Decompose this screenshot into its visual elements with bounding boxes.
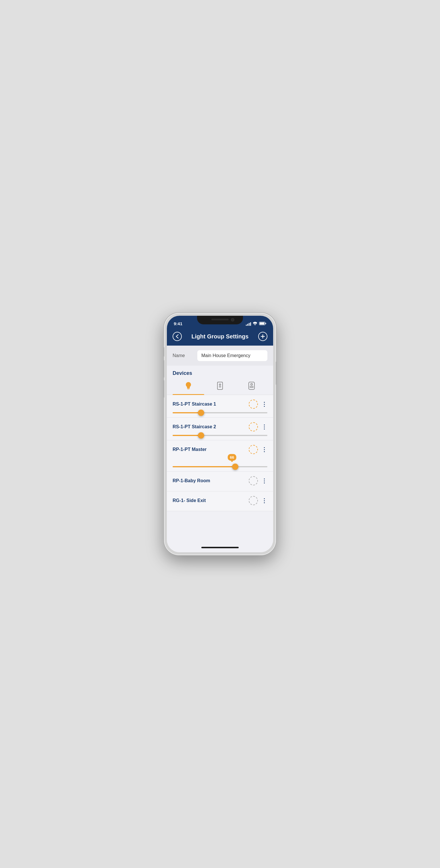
more-options-button[interactable]: ⋮ [261,497,267,504]
power-button[interactable] [276,362,277,384]
status-time: 9:41 [174,321,182,326]
device-row: RP-1-PT Master ⋮ [167,440,273,458]
slider-track [173,412,267,413]
svg-rect-7 [217,382,223,390]
device-row: RP-1-Baby Room ⋮ [167,472,273,491]
remote-icon [248,382,255,392]
back-button[interactable] [173,332,182,341]
svg-rect-5 [187,388,190,389]
slider-fill [173,435,201,436]
device-list: RS-1-PT Staircase 1 ⋮ [167,395,273,511]
battery-icon [259,322,266,326]
svg-rect-10 [249,382,255,390]
slider-thumb[interactable] [198,432,204,439]
volume-silent-button[interactable] [163,347,164,356]
wifi-icon [253,322,257,326]
svg-point-8 [219,384,221,385]
device-controls: ⋮ [249,496,267,505]
toggle-circle-button[interactable] [249,496,258,505]
camera [231,318,234,321]
svg-rect-9 [219,386,221,387]
device-name: RP-1-PT Master [173,447,206,452]
devices-title: Devices [173,370,192,376]
device-name: RS-1-PT Staircase 1 [173,402,216,407]
slider-track [173,435,267,436]
list-item: RP-1-PT Master ⋮ 66 [167,440,273,472]
list-item: RG-1- Side Exit ⋮ [167,491,273,511]
device-controls: ⋮ [249,445,267,454]
switch-icon [217,382,223,392]
device-name: RP-1-Baby Room [173,478,210,484]
signal-icon [246,322,251,326]
device-row: RS-1-PT Staircase 2 ⋮ [167,417,273,435]
svg-rect-2 [265,323,266,324]
phone-screen: 9:41 [167,316,273,552]
volume-up-button[interactable] [163,360,164,377]
tab-lights[interactable] [173,379,204,395]
device-name: RS-1-PT Staircase 2 [173,424,216,429]
speaker [211,319,229,320]
svg-rect-6 [187,389,189,389]
device-controls: ⋮ [249,422,267,431]
slider-fill [173,466,235,467]
device-row: RG-1- Side Exit ⋮ [167,491,273,511]
device-controls: ⋮ [249,400,267,409]
phone-shell: 9:41 [164,313,276,555]
device-tabs [167,379,273,395]
home-indicator [167,542,273,552]
svg-point-11 [251,383,253,385]
toggle-circle-button[interactable] [249,476,258,485]
add-button[interactable] [258,332,267,341]
list-item: RP-1-Baby Room ⋮ [167,472,273,491]
device-name: RG-1- Side Exit [173,498,206,503]
slider-container [167,412,273,417]
volume-down-button[interactable] [163,380,164,398]
device-controls: ⋮ [249,476,267,485]
main-content: Name Devices [167,346,273,542]
slider-track: 66 [173,466,267,467]
more-options-button[interactable]: ⋮ [261,423,267,430]
more-options-button[interactable]: ⋮ [261,477,267,484]
slider-container [167,435,273,440]
toggle-circle-button[interactable] [249,445,258,454]
svg-rect-1 [260,322,265,324]
name-label: Name [173,353,193,358]
device-row: RS-1-PT Staircase 1 ⋮ [167,395,273,412]
slider-thumb[interactable]: 66 [232,464,238,470]
notch [197,316,243,324]
name-section: Name [167,346,273,366]
slider-fill [173,412,201,413]
tab-remotes[interactable] [236,379,267,395]
more-options-button[interactable]: ⋮ [261,401,267,408]
tab-switches[interactable] [204,379,236,395]
slider-thumb[interactable] [198,410,204,416]
slider-container: 66 [167,458,273,471]
devices-header: Devices [167,366,273,379]
list-item: RS-1-PT Staircase 2 ⋮ [167,417,273,440]
app-header: Light Group Settings [167,329,273,346]
name-input[interactable] [197,350,267,361]
toggle-circle-button[interactable] [249,400,258,409]
status-icons [246,322,266,326]
toggle-circle-button[interactable] [249,422,258,431]
more-options-button[interactable]: ⋮ [261,446,267,453]
slider-tooltip: 66 [228,454,236,461]
page-title: Light Group Settings [182,333,258,340]
lightbulb-icon [185,381,192,392]
list-item: RS-1-PT Staircase 1 ⋮ [167,395,273,417]
home-bar [201,547,239,548]
